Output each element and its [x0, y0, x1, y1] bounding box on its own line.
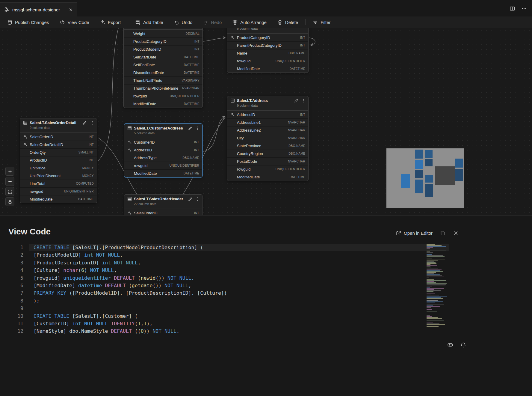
column-row[interactable]: UnitPriceMONEY [20, 164, 97, 172]
table-menu-icon[interactable] [196, 126, 200, 130]
column-row[interactable]: SalesOrderDetailIDINT [20, 141, 97, 148]
column-row[interactable]: SalesOrderIDINT [20, 133, 97, 141]
open-in-editor-button[interactable]: Open in Editor [396, 231, 433, 236]
column-row[interactable]: ParentProductCategoryIDINT [227, 41, 308, 49]
table-product-category-partial[interactable]: 5 column dataProductCategoryIDINTParentP… [227, 28, 309, 73]
column-row[interactable]: ProductIDINT [20, 156, 97, 164]
diagram-minimap[interactable] [386, 148, 464, 208]
column-type: DECIMAL [185, 32, 200, 35]
column-row[interactable]: AddressLine2NVARCHAR [227, 126, 308, 134]
line-number: 11 [0, 320, 23, 327]
column-type: DBO.NAME [288, 52, 305, 55]
column-type: UNIQUEIDENTIFIER [276, 59, 305, 63]
lock-button[interactable] [5, 197, 14, 206]
column-row[interactable]: ThumbNailPhotoVARBINARY [124, 76, 202, 84]
column-row[interactable]: rowguidUNIQUEIDENTIFIER [20, 187, 97, 195]
column-row[interactable]: AddressTypeDBO.NAME [124, 154, 202, 162]
column-row[interactable]: UnitPriceDiscountMONEY [20, 172, 97, 180]
column-row[interactable]: rowguidUNIQUEIDENTIFIER [124, 162, 202, 169]
column-row[interactable]: LineTotalCOMPUTED [20, 180, 97, 187]
column-row[interactable]: rowguidUNIQUEIDENTIFIER [227, 57, 308, 65]
column-row[interactable]: ModifiedDateDATETIME [227, 65, 308, 73]
table-sales-order-detail[interactable]: SalesLT.SalesOrderDetail9 column dataSal… [20, 118, 97, 203]
column-name: Weight [133, 31, 145, 36]
table-sales-order-header[interactable]: SalesLT.SalesOrderHeader22 column dataSa… [124, 194, 202, 215]
canvas-zoom-toolbar [5, 167, 14, 206]
column-row[interactable]: CustomerIDINT [124, 138, 202, 146]
split-editor-icon[interactable] [510, 6, 515, 11]
table-title: SalesLT.Address [237, 98, 268, 103]
column-row[interactable]: ProductModelIDINT [124, 45, 202, 53]
notifications-bell-icon[interactable] [460, 342, 466, 348]
filter-button[interactable]: Filter [307, 16, 336, 28]
close-panel-icon[interactable] [453, 231, 458, 236]
table-menu-icon[interactable] [196, 197, 200, 201]
fit-view-button[interactable] [5, 187, 14, 196]
column-row[interactable]: ThumbnailPhotoFileNameNVARCHAR [124, 84, 202, 92]
schema-designer-icon [4, 7, 10, 12]
table-product-partial[interactable]: WeightDECIMALProductCategoryIDINTProduct… [123, 28, 203, 108]
tab-mssql-schema-designer[interactable]: mssql-schema-designer [0, 2, 77, 16]
copy-code-icon[interactable] [440, 231, 445, 236]
column-row[interactable]: DiscontinuedDateDATETIME [124, 69, 202, 76]
redo-button[interactable]: Redo [198, 16, 227, 28]
column-name: LineTotal [30, 181, 45, 186]
auto-arrange-button[interactable]: Auto Arrange [227, 16, 272, 28]
column-row[interactable]: ModifiedDateDATETIME [20, 195, 97, 203]
export-icon [100, 20, 105, 25]
column-type: DATETIME [78, 198, 94, 201]
primary-key-icon [128, 211, 134, 215]
column-row[interactable]: NameDBO.NAME [227, 49, 308, 57]
diagram-canvas[interactable]: WeightDECIMALProductCategoryIDINTProduct… [0, 28, 532, 215]
edit-table-icon[interactable] [188, 197, 192, 201]
undo-button[interactable]: Undo [169, 16, 198, 28]
column-row[interactable]: AddressLine1NVARCHAR [227, 118, 308, 126]
column-type: INT [194, 48, 200, 51]
column-row[interactable]: PostalCodeNVARCHAR [227, 157, 308, 165]
column-row[interactable]: rowguidUNIQUEIDENTIFIER [124, 92, 202, 100]
more-actions-icon[interactable] [522, 6, 527, 11]
table-customer-address[interactable]: SalesLT.CustomerAddress5 column dataCust… [124, 124, 202, 177]
column-row[interactable]: CityNVARCHAR [227, 134, 308, 142]
column-row[interactable]: ModifiedDateDATETIME [124, 100, 202, 108]
zoom-out-button[interactable] [5, 177, 14, 186]
column-type: INT [89, 135, 94, 138]
code-line: [ModifiedDate] datetime DEFAULT (getdate… [34, 282, 445, 289]
column-row[interactable]: StateProvinceDBO.NAME [227, 142, 308, 150]
column-row[interactable]: ModifiedDateDATETIME [227, 173, 308, 181]
column-type: SMALLINT [78, 151, 94, 154]
table-address[interactable]: SalesLT.Address9 column dataAddressIDINT… [227, 96, 309, 181]
view-code-button[interactable]: View Code [54, 16, 94, 28]
edit-table-icon[interactable] [294, 99, 298, 103]
column-row[interactable]: OrderQtySMALLINT [20, 148, 97, 156]
table-menu-icon[interactable] [302, 99, 306, 103]
column-row[interactable]: ModifiedDateDATETIME [124, 169, 202, 177]
export-button[interactable]: Export [95, 16, 126, 28]
publish-changes-button[interactable]: Publish Changes [2, 16, 54, 28]
add-table-button[interactable]: Add Table [130, 16, 168, 28]
edit-table-icon[interactable] [188, 126, 192, 130]
column-row[interactable]: AddressIDINT [124, 146, 202, 154]
copilot-icon[interactable] [447, 342, 453, 348]
tab-close-icon[interactable] [67, 6, 74, 13]
column-row[interactable]: ProductCategoryIDINT [124, 37, 202, 45]
column-type: UNIQUEIDENTIFIER [170, 164, 199, 167]
line-number: 6 [0, 282, 23, 289]
code-minimap[interactable] [426, 244, 451, 333]
column-name: rowguid [133, 94, 147, 98]
edit-table-icon[interactable] [83, 121, 87, 125]
column-row[interactable]: SellEndDateDATETIME [124, 61, 202, 69]
table-menu-icon[interactable] [90, 121, 94, 125]
column-row[interactable]: rowguidUNIQUEIDENTIFIER [227, 165, 308, 173]
table-title: SalesLT.SalesOrderDetail [30, 121, 76, 125]
column-row[interactable]: CountryRegionDBO.NAME [227, 150, 308, 157]
column-row[interactable]: WeightDECIMAL [124, 30, 202, 37]
delete-button[interactable]: Delete [272, 16, 303, 28]
toolbar-separator [305, 19, 306, 25]
column-row[interactable]: SalesOrderIDINT [124, 209, 202, 215]
column-row[interactable]: ProductCategoryIDINT [227, 34, 308, 41]
zoom-in-button[interactable] [5, 167, 14, 176]
table-header: SalesLT.SalesOrderHeader22 column data [124, 195, 202, 209]
column-row[interactable]: SellStartDateDATETIME [124, 53, 202, 61]
column-row[interactable]: AddressIDINT [227, 111, 308, 118]
